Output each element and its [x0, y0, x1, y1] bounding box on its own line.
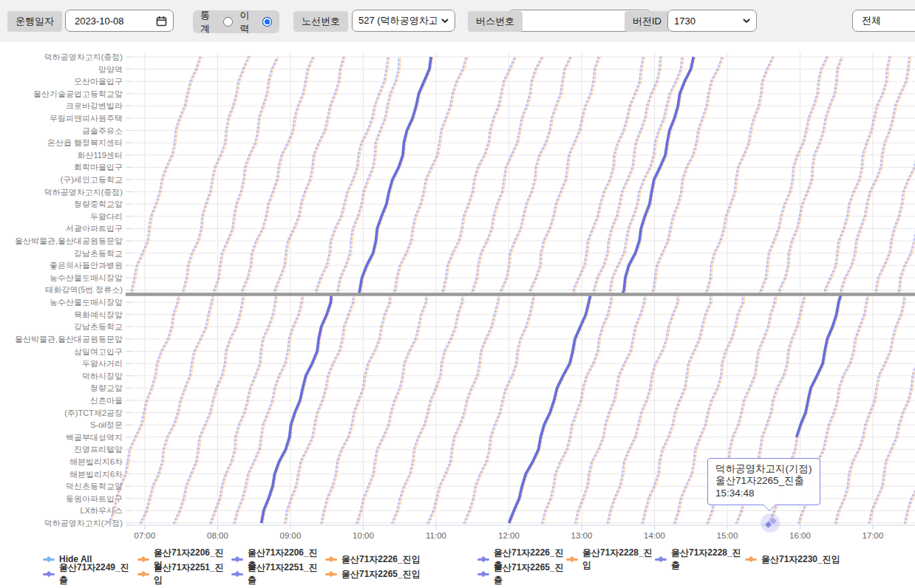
legend-series-label: 울산71자2228_진입	[582, 547, 655, 572]
x-axis-label: 07:00	[135, 531, 156, 540]
trip[interactable]	[835, 295, 906, 524]
legend-series-marker	[477, 558, 489, 561]
station-label: S-oil정문	[90, 420, 123, 429]
legend-item[interactable]: 울산71자2226_진입	[325, 553, 477, 566]
legend-item[interactable]: 울산71자2230_진입	[745, 553, 841, 566]
legend-series-label: 울산71자2230_진입	[761, 553, 840, 566]
tooltip-station: 덕하공영차고지(기점)	[715, 463, 812, 475]
legend-series-marker	[43, 558, 55, 561]
legend-series-label: 울산71자2251_진출	[248, 561, 325, 587]
station-label: 금솔주유소	[82, 126, 123, 135]
legend-item[interactable]: 울산71자2251_진입	[137, 561, 231, 587]
legend-series-label: 울산71자2265_진출	[494, 561, 566, 587]
trip[interactable]	[840, 57, 911, 295]
station-label: 덕하시장앞	[82, 372, 123, 380]
station-label: 백골부대성역지	[66, 433, 123, 442]
station-label: 화산119센터	[77, 151, 123, 160]
trip[interactable]	[530, 57, 600, 295]
trip[interactable]	[357, 295, 428, 524]
trip[interactable]	[500, 57, 572, 295]
station-label: 덕하공영차고지(종점)	[44, 52, 123, 61]
x-axis-label: 10:00	[353, 531, 374, 540]
legend-series-label: 울산71자2249_진출	[59, 561, 137, 587]
station-label: 오산마을입구	[74, 77, 123, 86]
station-label: 두왕사거리	[82, 359, 123, 368]
station-label: 진영프리텔앞	[74, 445, 123, 454]
trip[interactable]	[242, 57, 315, 295]
trip[interactable]	[393, 57, 468, 295]
legend-item[interactable]: 울산71자2251_진출	[231, 561, 325, 587]
station-label: 서광아파트입구	[66, 224, 123, 233]
legend-series-marker	[655, 558, 667, 561]
trip[interactable]	[608, 295, 679, 524]
selected-point-marker[interactable]	[761, 513, 780, 533]
x-axis-label: 13:00	[571, 531, 593, 540]
trip[interactable]	[642, 295, 712, 524]
legend-series-label: 울산71자2226_진입	[341, 553, 421, 566]
x-axis-label: 16:00	[789, 531, 811, 540]
trip[interactable]	[704, 57, 774, 295]
legend: Hide All울산71자2206_진입울산71자2206_진출울산71자222…	[43, 552, 841, 581]
station-label: 덕신초등학교앞	[66, 482, 123, 490]
tooltip-series: 울산71자2265_진출	[715, 475, 812, 487]
trip[interactable]	[593, 57, 661, 295]
trip[interactable]	[609, 57, 683, 295]
station-label: 무림피앤피사원주택	[50, 114, 123, 123]
station-label: 태화강역(5번 정류소)	[46, 285, 123, 294]
station-label: 강남초등학교	[74, 322, 123, 331]
trip[interactable]	[274, 57, 345, 295]
x-axis-label: 09:00	[280, 531, 302, 540]
station-label: 덕하공영차고지(종점)	[44, 188, 123, 196]
x-axis-label: 08:00	[207, 531, 228, 540]
legend-series-marker	[566, 558, 578, 561]
station-label: 울산박물관,울산대공원동문앞	[15, 335, 123, 343]
station-axis-labels: 덕하공영차고지(종점)망양역오산마을입구울산기술공업고등학교앞크로바강변빌라무림…	[15, 52, 123, 527]
trip[interactable]	[210, 295, 277, 524]
x-axis-label: 11:00	[426, 531, 446, 540]
station-label: 크로바강변빌라	[66, 101, 123, 110]
legend-series-marker	[745, 558, 757, 561]
station-label: 좋은의사들안과병원	[50, 261, 123, 270]
trip[interactable]	[428, 295, 500, 524]
legend-item[interactable]: 울산71자2265_진출	[477, 561, 566, 587]
trip[interactable]	[392, 295, 463, 524]
station-label: 삼일여고입구	[74, 347, 123, 356]
trip[interactable]	[262, 295, 333, 524]
trip[interactable]	[174, 295, 245, 524]
station-label: 농수산물도매시장앞	[50, 273, 123, 282]
legend-item[interactable]: 울산71자2228_진입	[566, 547, 655, 572]
station-label: 신촌마을	[90, 396, 123, 405]
trip[interactable]	[471, 57, 543, 295]
trip[interactable]	[140, 295, 214, 524]
legend-series-marker	[231, 573, 243, 575]
legend-series-label: 울산71자2251_진입	[154, 561, 231, 587]
station-label: 목화예식장앞	[74, 310, 123, 319]
station-label: 울산기술공업고등학교앞	[33, 89, 123, 98]
legend-series-marker	[231, 558, 243, 561]
x-axis-label: 14:00	[644, 531, 665, 540]
trip[interactable]	[759, 57, 829, 295]
legend-series-label: 울산71자2265_진입	[341, 568, 421, 581]
station-label: 온산읍 행정복지센터	[47, 138, 123, 147]
legend-item[interactable]: 울산71자2249_진출	[43, 561, 137, 587]
trip[interactable]	[575, 295, 646, 524]
tooltip-time: 15:34:48	[715, 488, 812, 499]
station-label: (구)세인고등학교	[61, 175, 123, 184]
station-label: 청량교앞	[90, 383, 123, 392]
bus-number-label: 버스번호	[468, 11, 523, 32]
station-label: 회학마을입구	[74, 163, 123, 171]
legend-item[interactable]: 울산71자2228_진출	[655, 547, 745, 572]
trip[interactable]	[869, 295, 915, 524]
trip[interactable]	[316, 57, 390, 295]
station-label: 농수산물도매시장앞	[50, 298, 123, 307]
x-axis-label: 12:00	[498, 531, 520, 540]
station-label: 청량중학교앞	[74, 199, 123, 208]
legend-series-marker	[43, 573, 55, 575]
trip[interactable]	[779, 57, 843, 295]
legend-item[interactable]: 울산71자2265_진입	[325, 568, 477, 581]
trip[interactable]	[182, 57, 250, 295]
legend-series-label: 울산71자2228_진출	[671, 547, 745, 572]
trip[interactable]	[321, 295, 391, 524]
trip[interactable]	[214, 57, 279, 295]
trip[interactable]	[464, 295, 536, 524]
